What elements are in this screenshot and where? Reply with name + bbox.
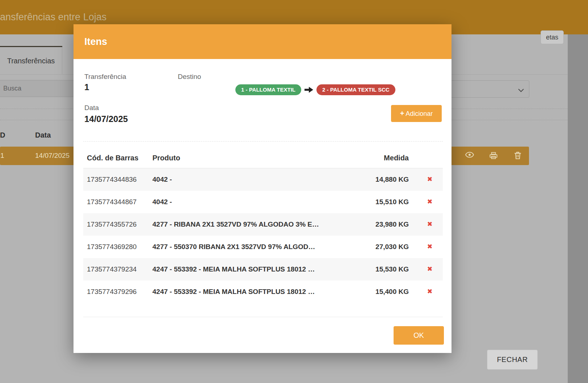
destination-badge: 2 - PALLOMA TEXTIL SCC xyxy=(316,84,395,95)
item-medida: 23,980 KG xyxy=(375,220,409,228)
modal-header: Itens xyxy=(74,24,452,59)
tab-transferencias[interactable]: Transferências xyxy=(0,47,62,75)
row-date: 14/07/2025 xyxy=(35,152,70,160)
ok-button[interactable]: OK xyxy=(394,326,444,345)
item-barcode: 1735774344867 xyxy=(87,198,136,206)
remove-item-button[interactable]: ✖ xyxy=(424,198,436,206)
destino-label: Destino xyxy=(178,73,201,81)
item-barcode: 1735774379296 xyxy=(87,288,136,296)
trash-icon[interactable] xyxy=(514,151,521,161)
item-row: 1735774379296 4247 - 553392 - MEIA MALHA… xyxy=(83,281,443,303)
tab-transferencias-label: Transferências xyxy=(7,57,55,65)
item-row: 1735774344867 4042 - 15,510 KG ✖ xyxy=(83,191,443,213)
item-medida: 27,030 KG xyxy=(375,243,409,251)
adicionar-button[interactable]: +Adicionar xyxy=(391,105,442,122)
section-divider xyxy=(83,141,443,142)
item-row: 1735774369280 4277 - 550370 RIBANA 2X1 3… xyxy=(83,236,443,258)
items-table-body: 1735774344836 4042 - 14,880 KG ✖ 1735774… xyxy=(83,168,443,303)
screen: ansferências entre Lojas etas Transferên… xyxy=(0,0,588,383)
data-label: Data xyxy=(84,104,99,112)
chevron-down-icon xyxy=(518,87,524,94)
item-medida: 15,510 KG xyxy=(375,198,409,206)
item-barcode: 1735774379234 xyxy=(87,265,136,273)
column-header-produto: Produto xyxy=(152,154,180,162)
item-barcode: 1735774355726 xyxy=(87,220,136,228)
itens-modal: Itens Transferência 1 Destino 1 - PALLOM… xyxy=(74,24,452,353)
item-produto: 4247 - 553392 - MEIA MALHA SOFTPLUS 1801… xyxy=(152,288,315,296)
item-medida: 15,400 KG xyxy=(375,288,409,296)
item-row: 1735774355726 4277 - RIBANA 2X1 3527VD 9… xyxy=(83,213,443,236)
search-placeholder: Busca xyxy=(3,85,21,92)
column-header-id: D xyxy=(0,131,5,139)
item-produto: 4277 - RIBANA 2X1 3527VD 97% ALGODAO 3% … xyxy=(152,220,319,228)
footer-divider xyxy=(83,317,443,317)
item-produto: 4247 - 553392 - MEIA MALHA SOFTPLUS 1801… xyxy=(152,265,315,273)
arrow-right-icon xyxy=(304,86,313,93)
item-produto: 4042 - xyxy=(152,198,172,206)
fechar-button[interactable]: FECHAR xyxy=(487,350,538,370)
column-header-data: Data xyxy=(35,131,51,139)
data-value: 14/07/2025 xyxy=(84,114,128,124)
right-panel-strip xyxy=(568,34,588,383)
item-barcode: 1735774344836 xyxy=(87,176,136,184)
origin-badge: 1 - PALLOMA TEXTIL xyxy=(235,84,301,95)
item-row: 1735774379234 4247 - 553392 - MEIA MALHA… xyxy=(83,258,443,281)
column-header-barcode: Cód. de Barras xyxy=(87,154,138,162)
plus-icon: + xyxy=(400,109,404,117)
item-medida: 14,880 KG xyxy=(375,176,409,184)
adicionar-label: Adicionar xyxy=(406,110,433,117)
remove-item-button[interactable]: ✖ xyxy=(424,287,436,295)
items-table-header: Cód. de Barras Produto Medida xyxy=(83,148,443,168)
page-title: ansferências entre Lojas xyxy=(0,12,106,23)
transferencia-label: Transferência xyxy=(84,73,126,81)
remove-item-button[interactable]: ✖ xyxy=(424,243,436,251)
remove-item-button[interactable]: ✖ xyxy=(424,220,436,228)
item-produto: 4277 - 550370 RIBANA 2X1 3527VD 97% ALGO… xyxy=(152,243,315,251)
transferencia-value: 1 xyxy=(84,82,89,92)
etiquetas-button[interactable]: etas xyxy=(541,30,564,44)
remove-item-button[interactable]: ✖ xyxy=(424,265,436,273)
row-id: 1 xyxy=(0,152,4,160)
item-medida: 15,530 KG xyxy=(375,265,409,273)
column-header-medida: Medida xyxy=(384,154,409,162)
view-icon[interactable] xyxy=(465,152,474,159)
item-barcode: 1735774369280 xyxy=(87,243,136,251)
modal-title: Itens xyxy=(84,36,107,47)
item-row: 1735774344836 4042 - 14,880 KG ✖ xyxy=(83,168,443,191)
print-icon[interactable] xyxy=(490,152,497,161)
item-produto: 4042 - xyxy=(152,176,172,184)
destino-badges: 1 - PALLOMA TEXTIL 2 - PALLOMA TEXTIL SC… xyxy=(235,84,395,95)
remove-item-button[interactable]: ✖ xyxy=(424,175,436,183)
